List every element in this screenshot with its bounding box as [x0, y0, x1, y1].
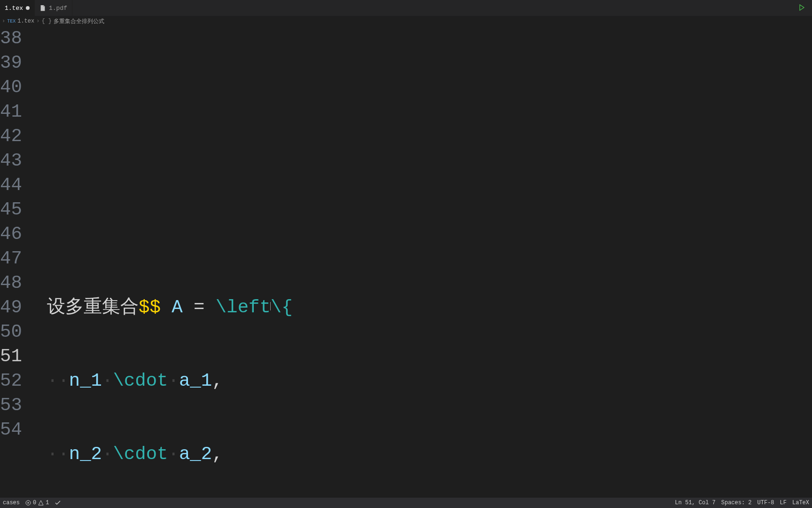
- line-number: 48: [0, 271, 41, 295]
- status-cursor-pos[interactable]: Ln 51, Col 7: [675, 500, 715, 506]
- chevron-right-icon: ›: [2, 18, 5, 24]
- breadcrumb-symbol: 多重集合全排列公式: [54, 17, 104, 25]
- code-line: [47, 149, 812, 173]
- status-lang[interactable]: LaTeX: [792, 500, 809, 506]
- line-number-gutter: 38 39 40 41 42 43 44 45 46 47 48 49 50 5…: [0, 26, 47, 498]
- code-line: ··n_2·\cdot·a_2,: [47, 442, 812, 467]
- error-icon: [25, 500, 31, 506]
- line-number: 43: [0, 149, 41, 173]
- status-problems[interactable]: 0 1: [25, 500, 49, 506]
- tab-tex[interactable]: 1.tex: [0, 0, 35, 16]
- file-icon: [39, 5, 46, 11]
- symbol-braces-icon: { }: [41, 18, 52, 24]
- code-line: 设多重集合$$ A = \left\{: [47, 295, 812, 320]
- run-button[interactable]: [798, 4, 805, 11]
- line-number: 45: [0, 198, 41, 222]
- tab-label: 1.tex: [5, 5, 23, 12]
- status-bar: cases 0 1 Ln 51, Col 7 Spaces: 2 UTF-8 L…: [0, 498, 812, 508]
- editor[interactable]: 38 39 40 41 42 43 44 45 46 47 48 49 50 5…: [0, 26, 812, 498]
- code-content[interactable]: 设多重集合$$ A = \left\{ ··n_1·\cdot·a_1, ··n…: [47, 26, 812, 498]
- line-number: 46: [0, 222, 41, 246]
- line-number: 38: [0, 26, 41, 51]
- tab-bar: 1.tex 1.pdf: [0, 0, 812, 16]
- breadcrumb-file: 1.tex: [17, 18, 34, 24]
- breadcrumb[interactable]: › TEX 1.tex › { } 多重集合全排列公式: [0, 16, 812, 26]
- chevron-right-icon: ›: [36, 18, 39, 24]
- line-number: 39: [0, 51, 41, 75]
- line-number: 42: [0, 124, 41, 149]
- dirty-indicator-icon: [26, 6, 30, 10]
- tab-label: 1.pdf: [49, 5, 67, 12]
- line-number: 47: [0, 246, 41, 271]
- tab-pdf[interactable]: 1.pdf: [35, 0, 72, 16]
- status-cases[interactable]: cases: [3, 500, 20, 506]
- line-number: 41: [0, 100, 41, 124]
- line-number: 53: [0, 393, 41, 418]
- line-number: 51: [0, 344, 41, 369]
- line-number: 40: [0, 75, 41, 100]
- code-line: [47, 222, 812, 246]
- line-number: 49: [0, 295, 41, 320]
- line-number: 54: [0, 418, 41, 442]
- line-number: 52: [0, 369, 41, 393]
- line-number: 50: [0, 320, 41, 344]
- status-indent[interactable]: Spaces: 2: [721, 500, 752, 506]
- code-line: ··n_1·\cdot·a_1,: [47, 369, 812, 393]
- tex-badge: TEX: [7, 19, 16, 24]
- status-eol[interactable]: LF: [780, 500, 787, 506]
- warning-icon: [38, 500, 44, 506]
- code-line: [47, 75, 812, 100]
- status-encoding[interactable]: UTF-8: [757, 500, 774, 506]
- line-number: 44: [0, 173, 41, 198]
- ibeam-cursor-icon: [270, 302, 271, 310]
- check-icon[interactable]: [55, 500, 61, 506]
